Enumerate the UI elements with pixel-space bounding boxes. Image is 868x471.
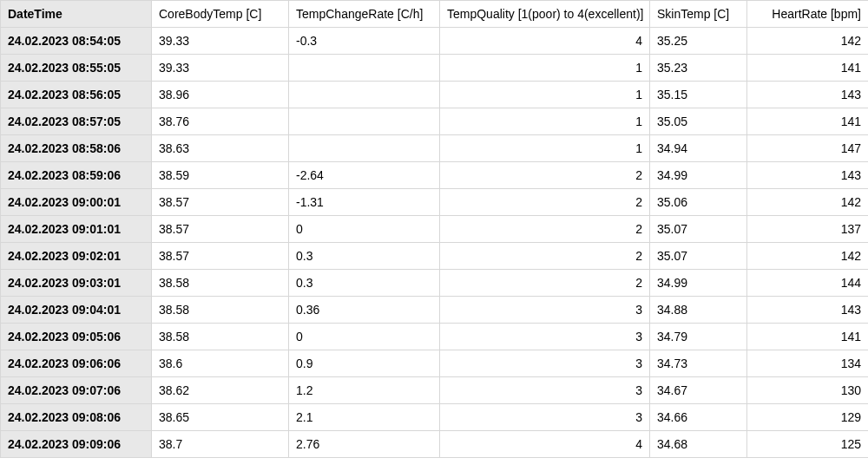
cell-tempquality: 1 <box>440 82 650 108</box>
cell-skintemp: 35.06 <box>650 189 747 216</box>
cell-heartrate: 141 <box>747 108 869 135</box>
cell-skintemp: 34.68 <box>650 431 747 458</box>
cell-heartrate: 147 <box>747 135 869 162</box>
cell-datetime: 24.02.2023 09:03:01 <box>1 270 152 297</box>
table-row: 24.02.2023 08:57:0538.76135.05141 <box>1 108 869 135</box>
cell-datetime: 24.02.2023 08:58:06 <box>1 135 152 162</box>
cell-tempquality: 2 <box>440 243 650 270</box>
cell-heartrate: 129 <box>747 404 869 431</box>
table-row: 24.02.2023 09:03:0138.580.3234.99144 <box>1 270 869 297</box>
table-row: 24.02.2023 09:02:0138.570.3235.07142 <box>1 243 869 270</box>
table-row: 24.02.2023 08:55:0539.33135.23141 <box>1 55 869 82</box>
cell-heartrate: 144 <box>747 270 869 297</box>
cell-heartrate: 142 <box>747 28 869 55</box>
cell-heartrate: 141 <box>747 55 869 82</box>
cell-datetime: 24.02.2023 09:07:06 <box>1 377 152 404</box>
cell-tempquality: 2 <box>440 189 650 216</box>
cell-tempchangerate: 0 <box>289 324 440 350</box>
table-row: 24.02.2023 08:54:0539.33-0.3435.25142 <box>1 28 869 55</box>
cell-skintemp: 34.94 <box>650 135 747 162</box>
table-row: 24.02.2023 09:06:0638.60.9334.73134 <box>1 350 869 377</box>
header-corebodytemp: CoreBodyTemp [C] <box>152 1 289 28</box>
cell-datetime: 24.02.2023 09:05:06 <box>1 324 152 350</box>
cell-heartrate: 141 <box>747 324 869 350</box>
cell-datetime: 24.02.2023 08:54:05 <box>1 28 152 55</box>
cell-tempchangerate: 0.36 <box>289 297 440 324</box>
header-datetime: DateTime <box>1 1 152 28</box>
cell-tempchangerate: 0 <box>289 216 440 243</box>
cell-tempchangerate: 2.1 <box>289 404 440 431</box>
cell-skintemp: 34.73 <box>650 350 747 377</box>
cell-datetime: 24.02.2023 08:56:05 <box>1 82 152 108</box>
cell-skintemp: 34.99 <box>650 270 747 297</box>
cell-datetime: 24.02.2023 09:04:01 <box>1 297 152 324</box>
cell-datetime: 24.02.2023 09:08:06 <box>1 404 152 431</box>
cell-tempchangerate: 0.3 <box>289 270 440 297</box>
table-row: 24.02.2023 09:09:0638.72.76434.68125 <box>1 431 869 458</box>
cell-datetime: 24.02.2023 08:57:05 <box>1 108 152 135</box>
cell-corebodytemp: 38.58 <box>152 270 289 297</box>
cell-skintemp: 35.23 <box>650 55 747 82</box>
cell-corebodytemp: 38.57 <box>152 243 289 270</box>
cell-heartrate: 137 <box>747 216 869 243</box>
cell-skintemp: 35.25 <box>650 28 747 55</box>
cell-datetime: 24.02.2023 08:55:05 <box>1 55 152 82</box>
table-row: 24.02.2023 09:04:0138.580.36334.88143 <box>1 297 869 324</box>
cell-tempquality: 3 <box>440 297 650 324</box>
cell-heartrate: 125 <box>747 431 869 458</box>
cell-tempquality: 2 <box>440 162 650 189</box>
cell-heartrate: 143 <box>747 82 869 108</box>
cell-tempquality: 3 <box>440 350 650 377</box>
cell-corebodytemp: 38.57 <box>152 189 289 216</box>
cell-heartrate: 143 <box>747 297 869 324</box>
table-header-row: DateTime CoreBodyTemp [C] TempChangeRate… <box>1 1 869 28</box>
table-row: 24.02.2023 08:59:0638.59-2.64234.99143 <box>1 162 869 189</box>
cell-tempchangerate: 0.3 <box>289 243 440 270</box>
cell-corebodytemp: 38.6 <box>152 350 289 377</box>
cell-heartrate: 134 <box>747 350 869 377</box>
cell-skintemp: 35.05 <box>650 108 747 135</box>
cell-tempchangerate <box>289 135 440 162</box>
cell-tempchangerate <box>289 55 440 82</box>
cell-tempchangerate <box>289 108 440 135</box>
cell-datetime: 24.02.2023 08:59:06 <box>1 162 152 189</box>
cell-tempchangerate: 1.2 <box>289 377 440 404</box>
header-tempchangerate: TempChangeRate [C/h] <box>289 1 440 28</box>
table-row: 24.02.2023 08:56:0538.96135.15143 <box>1 82 869 108</box>
cell-corebodytemp: 38.7 <box>152 431 289 458</box>
table-row: 24.02.2023 09:08:0638.652.1334.66129 <box>1 404 869 431</box>
cell-skintemp: 34.99 <box>650 162 747 189</box>
cell-corebodytemp: 38.65 <box>152 404 289 431</box>
cell-skintemp: 34.67 <box>650 377 747 404</box>
cell-tempchangerate: -0.3 <box>289 28 440 55</box>
cell-skintemp: 34.88 <box>650 297 747 324</box>
cell-skintemp: 35.15 <box>650 82 747 108</box>
header-tempquality: TempQuality [1(poor) to 4(excellent)] <box>440 1 650 28</box>
cell-heartrate: 142 <box>747 189 869 216</box>
cell-heartrate: 130 <box>747 377 869 404</box>
cell-datetime: 24.02.2023 09:09:06 <box>1 431 152 458</box>
cell-tempquality: 3 <box>440 404 650 431</box>
cell-datetime: 24.02.2023 09:00:01 <box>1 189 152 216</box>
cell-tempchangerate: -2.64 <box>289 162 440 189</box>
cell-skintemp: 35.07 <box>650 216 747 243</box>
cell-corebodytemp: 38.96 <box>152 82 289 108</box>
cell-datetime: 24.02.2023 09:02:01 <box>1 243 152 270</box>
table-row: 24.02.2023 09:01:0138.570235.07137 <box>1 216 869 243</box>
cell-skintemp: 34.66 <box>650 404 747 431</box>
table-row: 24.02.2023 09:00:0138.57-1.31235.06142 <box>1 189 869 216</box>
header-skintemp: SkinTemp [C] <box>650 1 747 28</box>
cell-tempquality: 1 <box>440 55 650 82</box>
cell-tempquality: 3 <box>440 377 650 404</box>
cell-corebodytemp: 38.63 <box>152 135 289 162</box>
cell-tempquality: 2 <box>440 216 650 243</box>
cell-tempquality: 2 <box>440 270 650 297</box>
cell-corebodytemp: 38.76 <box>152 108 289 135</box>
cell-corebodytemp: 38.62 <box>152 377 289 404</box>
cell-corebodytemp: 38.58 <box>152 297 289 324</box>
cell-corebodytemp: 39.33 <box>152 28 289 55</box>
cell-heartrate: 142 <box>747 243 869 270</box>
table-row: 24.02.2023 09:07:0638.621.2334.67130 <box>1 377 869 404</box>
table-row: 24.02.2023 09:05:0638.580334.79141 <box>1 324 869 350</box>
cell-datetime: 24.02.2023 09:06:06 <box>1 350 152 377</box>
